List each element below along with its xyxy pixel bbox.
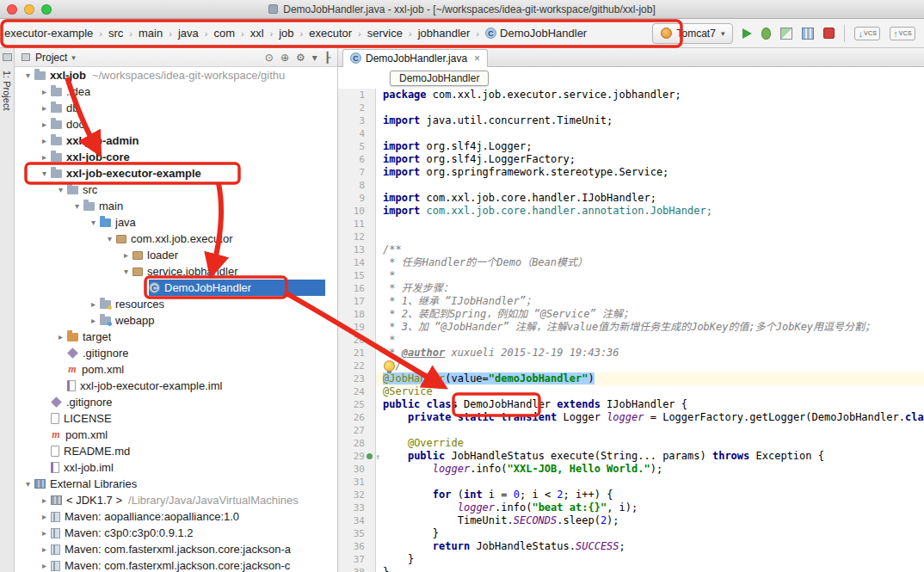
chevron-down-icon[interactable]: ▾ (71, 53, 76, 62)
tree-item-gitignore[interactable]: .gitignore (15, 345, 337, 361)
code-line-36[interactable]: 36 return JobHandleStatus.SUCCESS; (338, 540, 924, 553)
tree-item-java[interactable]: ▾java (15, 214, 337, 231)
debug-icon[interactable] (761, 28, 771, 40)
breadcrumb-item-executor-example[interactable]: executor-example (3, 26, 95, 40)
code-line-26[interactable]: 26 private static transient Logger logge… (338, 411, 924, 424)
code-line-12[interactable]: 12 (338, 231, 924, 243)
tree-item-xxl-job[interactable]: ▾xxl-job~/workspaces/idea-git-workspace/… (15, 67, 337, 83)
code-line-2[interactable]: 2 (338, 101, 924, 114)
chevron-collapsed-icon[interactable]: ▸ (38, 87, 51, 96)
code-line-24[interactable]: 24@Service (338, 385, 924, 398)
code-line-30[interactable]: 30 logger.info("XXL-JOB, Hello World."); (338, 463, 924, 476)
code-line-33[interactable]: 33 logger.info("beat at:{}", i); (338, 501, 924, 514)
tree-item-xxl-job-executor-example[interactable]: ▾xxl-job-executor-example (15, 165, 337, 181)
tree-item-idea[interactable]: ▸.idea (15, 83, 337, 100)
tree-item-src[interactable]: ▾src (15, 181, 337, 198)
tree-item-doc[interactable]: ▸doc (15, 116, 337, 132)
breadcrumb-item-java[interactable]: java (176, 26, 200, 40)
code-line-6[interactable]: 6import org.slf4j.LoggerFactory; (338, 153, 924, 166)
tree-item-maven-com-fasterxml-jackson-core-jackson-a[interactable]: ▸Maven: com.fasterxml.jackson.core:jacks… (15, 541, 337, 557)
code-line-35[interactable]: 35 } (338, 527, 924, 540)
zoom-window-button[interactable] (41, 4, 52, 15)
tree-item-service-jobhandler[interactable]: ▾service.jobhandler (15, 263, 337, 280)
coverage-icon[interactable] (780, 28, 792, 40)
code-line-3[interactable]: 3import java.util.concurrent.TimeUnit; (338, 114, 924, 127)
panel-title[interactable]: Project (35, 52, 67, 64)
chevron-collapsed-icon[interactable]: ▸ (38, 528, 51, 538)
breadcrumb-item-demojobhandler[interactable]: CDemoJobHandler (484, 26, 588, 40)
code-line-32[interactable]: 32 for (int i = 0; i < 2; i++) { (338, 489, 924, 501)
close-icon[interactable]: × (474, 52, 480, 65)
chevron-expanded-icon[interactable]: ▾ (87, 218, 100, 227)
run-config-combo[interactable]: Tomcat7▾ (652, 23, 734, 44)
tree-item-xxl-job-executor-example-iml[interactable]: xxl-job-executor-example.iml (15, 378, 337, 394)
chevron-collapsed-icon[interactable]: ▸ (38, 512, 51, 521)
chevron-expanded-icon[interactable]: ▾ (54, 185, 67, 194)
code-line-37[interactable]: 37 } (338, 553, 924, 566)
chevron-expanded-icon[interactable]: ▾ (22, 71, 34, 80)
code-line-16[interactable]: 16 * 开发步骤： (338, 282, 924, 295)
hide-panel-icon[interactable]: ┠ (324, 52, 330, 64)
tab-demojobhandler-java[interactable]: C DemoJobHandler.java × (342, 49, 488, 67)
minimize-window-button[interactable] (24, 4, 34, 15)
code-line-22[interactable]: 22 */ (338, 360, 924, 372)
chevron-expanded-icon[interactable]: ▾ (38, 169, 51, 178)
chevron-collapsed-icon[interactable]: ▸ (38, 136, 51, 145)
run-icon[interactable] (742, 28, 752, 39)
code-line-28[interactable]: 28 @Override (338, 437, 924, 450)
chevron-collapsed-icon[interactable]: ▸ (38, 120, 51, 129)
chevron-expanded-icon[interactable]: ▾ (103, 234, 116, 243)
tree-item-resources[interactable]: ▸resources (15, 296, 337, 312)
chevron-collapsed-icon[interactable]: ▸ (120, 250, 132, 260)
code-line-17[interactable]: 17 * 1、继承 “IJobHandler”； (338, 295, 924, 308)
chevron-collapsed-icon[interactable]: ▸ (38, 103, 51, 113)
breadcrumb-item-xxl[interactable]: xxl (249, 26, 266, 40)
chevron-collapsed-icon[interactable]: ▸ (87, 299, 100, 309)
project-tool-window-button[interactable]: 1: Project (2, 71, 12, 110)
chevron-collapsed-icon[interactable]: ▸ (38, 152, 51, 162)
tool-window-icon[interactable] (3, 53, 12, 61)
tree-item-pom-xml[interactable]: pom.xml (15, 427, 337, 443)
collapse-all-icon[interactable]: ⊙ (265, 52, 274, 64)
code-line-18[interactable]: 18 * 2、装配到Spring，例如加 “@Service” 注解； (338, 308, 924, 321)
vcs-push-icon[interactable]: ↑VCS (890, 27, 915, 40)
code-line-27[interactable]: 27 (338, 424, 924, 437)
dashboard-icon[interactable] (802, 28, 814, 40)
tree-item-readme-md[interactable]: README.md (15, 443, 337, 459)
code-line-23[interactable]: 23@JobHander(value="demoJobHandler") (338, 372, 924, 385)
code-line-29[interactable]: 29 public JobHandleStatus execute(String… (338, 450, 924, 463)
tree-item-com-xxl-job-executor[interactable]: ▾com.xxl.job.executor (15, 231, 337, 247)
code-line-31[interactable]: 31 (338, 476, 924, 489)
tree-item-webapp[interactable]: ▸webapp (15, 312, 337, 329)
code-line-21[interactable]: 21 * @author xuxueli 2015-12-19 19:43:36 (338, 347, 924, 360)
chevron-expanded-icon[interactable]: ▾ (22, 479, 34, 489)
tree-item-jdk1-7[interactable]: ▸< JDK1.7 >/Library/Java/JavaVirtualMach… (15, 492, 337, 508)
code-line-7[interactable]: 7import org.springframework.stereotype.S… (338, 166, 924, 179)
breadcrumb-item-jobhandler[interactable]: jobhandler (416, 26, 472, 40)
tree-item-xxl-job-iml[interactable]: xxl-job.iml (15, 459, 337, 476)
settings-gear-icon[interactable]: ⚙ (296, 52, 305, 64)
chevron-expanded-icon[interactable]: ▾ (120, 267, 132, 276)
tree-item-demojobhandler[interactable]: CDemoJobHandler (15, 280, 337, 296)
tree-item-xxl-job-admin[interactable]: ▸xxl-job-admin (15, 132, 337, 149)
tree-item-target[interactable]: ▸target (15, 329, 337, 345)
chevron-collapsed-icon[interactable]: ▸ (38, 495, 51, 505)
chevron-down-icon[interactable]: ▾ (312, 52, 317, 64)
code-line-13[interactable]: 13/** (338, 243, 924, 256)
tree-item-pom-xml[interactable]: pom.xml (15, 361, 337, 378)
chevron-collapsed-icon[interactable]: ▸ (38, 544, 51, 554)
tree-item-external-libraries[interactable]: ▾External Libraries (15, 476, 337, 492)
tree-item-xxl-job-core[interactable]: ▸xxl-job-core (15, 149, 337, 165)
vcs-update-icon[interactable]: ↓VCS (854, 27, 880, 40)
breadcrumb-item-com[interactable]: com (212, 26, 237, 40)
breadcrumb-item-job[interactable]: job (277, 26, 295, 40)
tree-item-gitignore[interactable]: .gitignore (15, 394, 337, 410)
code-line-19[interactable]: 19 * 3、加 “@JobHander” 注解，注解value值为新增任务生成… (338, 321, 924, 334)
breadcrumb-chip[interactable]: DemoJobHandler (390, 71, 489, 86)
tree-item-loader[interactable]: ▸loader (15, 247, 337, 263)
code-line-10[interactable]: 10import com.xxl.job.core.handler.annota… (338, 205, 924, 218)
code-line-8[interactable]: 8 (338, 179, 924, 192)
intention-bulb-icon[interactable] (384, 360, 395, 372)
code-line-20[interactable]: 20 * (338, 334, 924, 347)
stop-icon[interactable] (823, 28, 835, 39)
